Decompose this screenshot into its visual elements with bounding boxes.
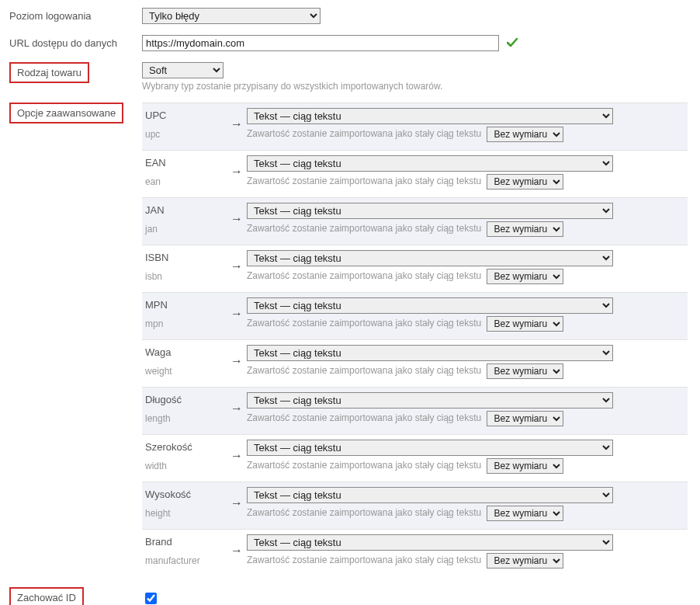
arrow-icon: → bbox=[227, 345, 247, 368]
field-label: EAN bbox=[145, 157, 224, 169]
field-row-ean: EANean→Tekst — ciąg tekstuZawartość zost… bbox=[142, 150, 688, 197]
field-dimension-select[interactable]: Bez wymiaru bbox=[487, 363, 563, 379]
field-dimension-select[interactable]: Bez wymiaru bbox=[487, 506, 563, 521]
field-dimension-select[interactable]: Bez wymiaru bbox=[487, 221, 563, 237]
field-type-select[interactable]: Tekst — ciąg tekstu bbox=[247, 487, 613, 503]
keep-id-checkbox[interactable] bbox=[145, 593, 157, 604]
field-sub: weight bbox=[145, 366, 224, 377]
arrow-icon: → bbox=[227, 108, 247, 131]
arrow-icon: → bbox=[227, 440, 247, 463]
field-row-mpn: MPNmpn→Tekst — ciąg tekstuZawartość zost… bbox=[142, 292, 688, 339]
advanced-label: Opcje zaawansowane bbox=[9, 103, 123, 123]
field-dimension-select[interactable]: Bez wymiaru bbox=[487, 411, 563, 426]
field-hint: Zawartość zostanie zaimportowana jako st… bbox=[247, 176, 481, 186]
field-dimension-select[interactable]: Bez wymiaru bbox=[487, 127, 563, 142]
field-label: Wysokość bbox=[145, 489, 224, 500]
field-hint: Zawartość zostanie zaimportowana jako st… bbox=[247, 412, 481, 423]
field-row-weight: Wagaweight→Tekst — ciąg tekstuZawartość … bbox=[142, 339, 688, 387]
field-hint: Zawartość zostanie zaimportowana jako st… bbox=[247, 318, 481, 329]
field-sub: jan bbox=[145, 224, 224, 235]
field-hint: Zawartość zostanie zaimportowana jako st… bbox=[247, 365, 481, 376]
field-type-select[interactable]: Tekst — ciąg tekstu bbox=[247, 534, 613, 551]
field-label: MPN bbox=[145, 299, 224, 311]
goods-type-select[interactable]: Soft bbox=[142, 62, 224, 78]
url-label: URL dostępu do danych bbox=[6, 35, 142, 49]
field-label: Szerokość bbox=[145, 441, 224, 453]
field-type-select[interactable]: Tekst — ciąg tekstu bbox=[247, 250, 613, 266]
field-row-length: Długośćlength→Tekst — ciąg tekstuZawarto… bbox=[142, 387, 688, 434]
logging-label: Poziom logowania bbox=[6, 8, 142, 22]
arrow-icon: → bbox=[227, 487, 247, 510]
field-dimension-select[interactable]: Bez wymiaru bbox=[487, 269, 563, 284]
field-hint: Zawartość zostanie zaimportowana jako st… bbox=[247, 460, 481, 471]
arrow-icon: → bbox=[227, 155, 247, 179]
field-dimension-select[interactable]: Bez wymiaru bbox=[487, 553, 563, 568]
field-sub: manufacturer bbox=[145, 555, 224, 566]
url-input[interactable] bbox=[142, 35, 499, 51]
logging-select[interactable]: Tylko błędy bbox=[142, 8, 321, 24]
field-sub: height bbox=[145, 508, 224, 519]
field-dimension-select[interactable]: Bez wymiaru bbox=[487, 174, 563, 189]
field-label: Długość bbox=[145, 394, 224, 405]
field-hint: Zawartość zostanie zaimportowana jako st… bbox=[247, 270, 481, 281]
field-label: ISBN bbox=[145, 252, 224, 263]
field-dimension-select[interactable]: Bez wymiaru bbox=[487, 316, 563, 332]
field-hint: Zawartość zostanie zaimportowana jako st… bbox=[247, 223, 481, 234]
field-label: JAN bbox=[145, 204, 224, 216]
arrow-icon: → bbox=[227, 203, 247, 226]
field-type-select[interactable]: Tekst — ciąg tekstu bbox=[247, 345, 613, 361]
check-icon bbox=[507, 37, 518, 50]
field-sub: length bbox=[145, 413, 224, 424]
field-type-select[interactable]: Tekst — ciąg tekstu bbox=[247, 297, 613, 314]
field-type-select[interactable]: Tekst — ciąg tekstu bbox=[247, 440, 613, 456]
field-type-select[interactable]: Tekst — ciąg tekstu bbox=[247, 155, 613, 172]
field-type-select[interactable]: Tekst — ciąg tekstu bbox=[247, 392, 613, 409]
keep-id-label: Zachować ID bbox=[9, 587, 84, 605]
field-type-select[interactable]: Tekst — ciąg tekstu bbox=[247, 108, 613, 124]
goods-type-label: Rodzaj towaru bbox=[9, 62, 89, 83]
field-dimension-select[interactable]: Bez wymiaru bbox=[487, 458, 563, 474]
field-hint: Zawartość zostanie zaimportowana jako st… bbox=[247, 555, 481, 565]
field-row-jan: JANjan→Tekst — ciąg tekstuZawartość zost… bbox=[142, 197, 688, 245]
field-hint: Zawartość zostanie zaimportowana jako st… bbox=[247, 128, 481, 139]
field-sub: upc bbox=[145, 129, 224, 140]
field-sub: ean bbox=[145, 176, 224, 187]
goods-type-hint: Wybrany typ zostanie przypisany do wszys… bbox=[142, 81, 688, 92]
field-sub: mpn bbox=[145, 318, 224, 329]
field-label: Waga bbox=[145, 346, 224, 358]
arrow-icon: → bbox=[227, 250, 247, 273]
arrow-icon: → bbox=[227, 297, 247, 321]
field-row-width: Szerokośćwidth→Tekst — ciąg tekstuZawart… bbox=[142, 434, 688, 482]
field-label: Brand bbox=[145, 536, 224, 548]
field-hint: Zawartość zostanie zaimportowana jako st… bbox=[247, 507, 481, 518]
field-label: UPC bbox=[145, 110, 224, 121]
field-row-isbn: ISBNisbn→Tekst — ciąg tekstuZawartość zo… bbox=[142, 245, 688, 292]
field-sub: width bbox=[145, 461, 224, 471]
field-sub: isbn bbox=[145, 271, 224, 282]
field-row-manufacturer: Brandmanufacturer→Tekst — ciąg tekstuZaw… bbox=[142, 529, 688, 576]
arrow-icon: → bbox=[227, 392, 247, 416]
field-row-upc: UPCupc→Tekst — ciąg tekstuZawartość zost… bbox=[142, 103, 688, 150]
field-row-height: Wysokośćheight→Tekst — ciąg tekstuZawart… bbox=[142, 482, 688, 529]
field-type-select[interactable]: Tekst — ciąg tekstu bbox=[247, 203, 613, 219]
arrow-icon: → bbox=[227, 534, 247, 558]
